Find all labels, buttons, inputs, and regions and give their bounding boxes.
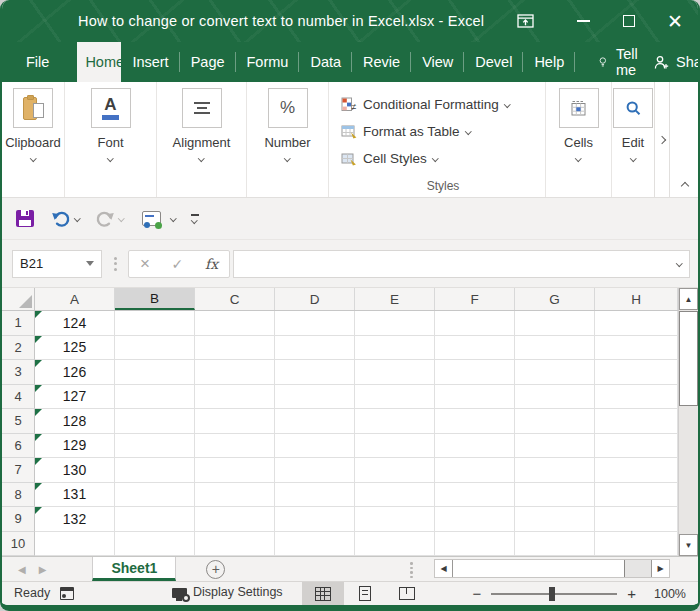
cell-F3[interactable] — [435, 360, 515, 385]
horizontal-scrollbar-thumb[interactable] — [453, 560, 625, 577]
cell-C4[interactable] — [195, 385, 275, 410]
formula-bar-expand-icon[interactable] — [676, 260, 682, 266]
column-header-E[interactable]: E — [355, 288, 435, 310]
cell-G1[interactable] — [515, 311, 595, 336]
cell-C1[interactable] — [195, 311, 275, 336]
clipboard-group-button[interactable]: Clipboard — [2, 82, 65, 197]
row-header-2[interactable]: 2 — [2, 336, 35, 361]
ribbon-scroll-right-button[interactable] — [654, 82, 670, 197]
save-button[interactable] — [16, 210, 34, 227]
cell-G5[interactable] — [515, 409, 595, 434]
vertical-scrollbar-thumb[interactable] — [679, 311, 698, 406]
column-header-A[interactable]: A — [35, 288, 115, 310]
cell-E7[interactable] — [355, 458, 435, 483]
column-header-F[interactable]: F — [435, 288, 515, 310]
row-header-7[interactable]: 7 — [2, 458, 35, 483]
cell-G8[interactable] — [515, 483, 595, 508]
cell-D3[interactable] — [275, 360, 355, 385]
row-header-3[interactable]: 3 — [2, 360, 35, 385]
collapse-ribbon-icon[interactable] — [681, 182, 689, 190]
horizontal-scrollbar-track[interactable] — [625, 560, 651, 577]
cell-H2[interactable] — [595, 336, 678, 361]
scroll-left-button[interactable]: ◀ — [435, 560, 453, 577]
cell-B6[interactable] — [115, 434, 195, 459]
cell-B1[interactable] — [115, 311, 195, 336]
normal-view-button[interactable] — [302, 582, 344, 605]
cell-H7[interactable] — [595, 458, 678, 483]
cell-H8[interactable] — [595, 483, 678, 508]
cell-A5[interactable]: 128 — [35, 409, 115, 434]
cell-F2[interactable] — [435, 336, 515, 361]
row-header-6[interactable]: 6 — [2, 434, 35, 459]
tab-formu[interactable]: Formu — [236, 42, 300, 82]
cell-D8[interactable] — [275, 483, 355, 508]
name-box-dropdown-icon[interactable] — [86, 261, 94, 266]
cell-H6[interactable] — [595, 434, 678, 459]
cell-G9[interactable] — [515, 507, 595, 532]
cell-C9[interactable] — [195, 507, 275, 532]
cell-B2[interactable] — [115, 336, 195, 361]
cell-B7[interactable] — [115, 458, 195, 483]
display-settings-button[interactable]: Display Settings — [172, 585, 283, 599]
chevron-down-icon[interactable] — [170, 215, 176, 221]
cell-E6[interactable] — [355, 434, 435, 459]
cell-G10[interactable] — [515, 532, 595, 557]
editing-group-button[interactable]: Edit — [612, 82, 654, 197]
page-layout-view-button[interactable] — [344, 582, 386, 605]
cell-D10[interactable] — [275, 532, 355, 557]
chevron-down-icon[interactable] — [118, 215, 124, 221]
cell-A8[interactable]: 131 — [35, 483, 115, 508]
cell-G6[interactable] — [515, 434, 595, 459]
zoom-level[interactable]: 100% — [646, 587, 686, 601]
cell-H1[interactable] — [595, 311, 678, 336]
cell-F5[interactable] — [435, 409, 515, 434]
cell-G7[interactable] — [515, 458, 595, 483]
name-box[interactable]: B21 — [12, 250, 102, 278]
touch-mouse-mode-button[interactable] — [142, 211, 176, 226]
tell-me-button[interactable]: Tell me — [589, 42, 653, 82]
record-macro-icon[interactable] — [60, 587, 74, 600]
cell-A2[interactable]: 125 — [35, 336, 115, 361]
cell-styles-button[interactable]: Cell Styles — [341, 147, 437, 169]
row-header-1[interactable]: 1 — [2, 311, 35, 336]
cell-G4[interactable] — [515, 385, 595, 410]
conditional-formatting-button[interactable]: ≠ Conditional Formatting — [341, 93, 509, 115]
chevron-down-icon[interactable] — [74, 215, 80, 221]
cell-D9[interactable] — [275, 507, 355, 532]
cell-B8[interactable] — [115, 483, 195, 508]
cell-E4[interactable] — [355, 385, 435, 410]
zoom-slider-handle[interactable] — [549, 587, 555, 601]
cell-A1[interactable]: 124 — [35, 311, 115, 336]
row-header-9[interactable]: 9 — [2, 507, 35, 532]
cell-C8[interactable] — [195, 483, 275, 508]
row-header-10[interactable]: 10 — [2, 532, 35, 557]
tab-view[interactable]: View — [411, 42, 464, 82]
cell-D4[interactable] — [275, 385, 355, 410]
cell-A10[interactable] — [35, 532, 115, 557]
horizontal-scrollbar[interactable]: ◀ ▶ — [434, 559, 670, 578]
tab-data[interactable]: Data — [299, 42, 352, 82]
tab-help[interactable]: Help — [523, 42, 575, 82]
cell-F4[interactable] — [435, 385, 515, 410]
cell-E10[interactable] — [355, 532, 435, 557]
zoom-in-button[interactable]: + — [627, 585, 636, 602]
cell-B10[interactable] — [115, 532, 195, 557]
cell-D2[interactable] — [275, 336, 355, 361]
cell-F6[interactable] — [435, 434, 515, 459]
page-break-view-button[interactable] — [386, 582, 428, 605]
tab-home[interactable]: Home — [77, 42, 121, 82]
ribbon-display-options-button[interactable] — [502, 0, 548, 42]
cell-B9[interactable] — [115, 507, 195, 532]
vertical-scrollbar[interactable]: ▲ ▼ — [678, 288, 698, 556]
cell-E9[interactable] — [355, 507, 435, 532]
number-group-button[interactable]: % Number — [247, 82, 329, 197]
column-header-C[interactable]: C — [195, 288, 275, 310]
formula-input[interactable] — [233, 250, 690, 278]
cell-B4[interactable] — [115, 385, 195, 410]
zoom-slider[interactable] — [491, 593, 617, 595]
cancel-button[interactable]: × — [140, 255, 150, 272]
vertical-scrollbar-track[interactable] — [679, 406, 698, 534]
undo-button[interactable] — [51, 210, 80, 228]
cell-H3[interactable] — [595, 360, 678, 385]
cell-E8[interactable] — [355, 483, 435, 508]
